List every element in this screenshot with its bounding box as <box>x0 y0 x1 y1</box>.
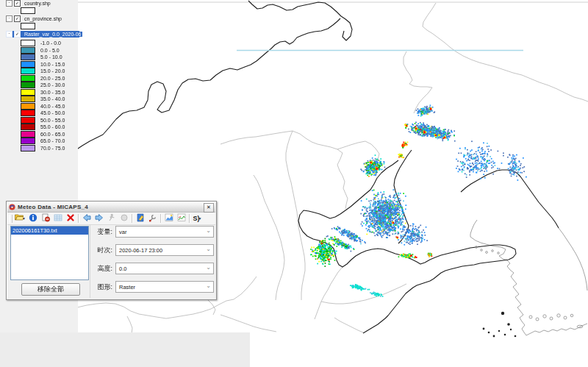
legend-item: 55.0 - 60.0 <box>21 124 65 130</box>
area-chart-button[interactable] <box>162 213 175 224</box>
layer-symbol-swatch <box>21 7 35 14</box>
legend-swatch <box>21 117 35 124</box>
dialog-titlebar[interactable]: Meteo Data - MICAPS_4 ✕ <box>7 202 215 213</box>
legend-swatch <box>21 54 35 60</box>
ball-icon <box>120 212 129 225</box>
layer-label: cn_province.shp <box>23 16 63 21</box>
field-combobox[interactable]: Raster⌄ <box>115 281 214 293</box>
layer-checkbox[interactable]: ✓ <box>14 0 21 7</box>
legend-item: 0.0 - 5.0 <box>21 47 60 54</box>
next-time-button[interactable] <box>93 213 105 224</box>
layer-symbol-swatch <box>21 23 35 29</box>
legend-swatch <box>21 145 35 152</box>
legend-swatch <box>21 103 35 110</box>
radar-overlay <box>0 0 588 367</box>
legend-label: 70.0 - 75.0 <box>40 146 65 151</box>
toolbar-separator <box>78 214 79 223</box>
legend-swatch <box>21 131 35 138</box>
legend-item: 50.0 - 55.0 <box>21 117 65 124</box>
form-row: 变量:var⌄ <box>90 226 214 238</box>
form-row: 图形:Raster⌄ <box>90 281 214 293</box>
legend-label: 5.0 - 10.0 <box>40 54 62 60</box>
layer-tree-item[interactable]: -✓Raster_var_0.0_2020-06 <box>6 31 79 38</box>
tree-expander-icon[interactable]: - <box>6 0 12 7</box>
field-label: 高度: <box>90 264 112 274</box>
form-row: 时次:2020-06-17 23:00⌄ <box>90 244 214 256</box>
legend-label: 50.0 - 55.0 <box>40 118 65 123</box>
delete-x-icon <box>66 212 75 225</box>
remove-all-button[interactable]: 移除全部 <box>21 283 80 296</box>
file-list[interactable]: 202006161T30.txt <box>10 226 89 280</box>
s-menu-button[interactable]: S)▼ <box>191 213 204 224</box>
toolbar-grip[interactable] <box>9 215 12 223</box>
legend-swatch <box>21 61 35 68</box>
tools-button[interactable] <box>146 213 159 224</box>
style-button[interactable] <box>134 213 146 224</box>
legend-item: 45.0 - 50.0 <box>21 110 65 116</box>
legend-swatch <box>21 40 35 46</box>
legend-label: 65.0 - 70.0 <box>40 138 65 143</box>
dialog-title: Meteo Data - MICAPS_4 <box>18 204 88 210</box>
legend-label: 10.0 - 15.0 <box>40 62 65 67</box>
legend-label: 15.0 - 20.0 <box>40 68 65 74</box>
dialog-form: 变量:var⌄时次:2020-06-17 23:00⌄高度:0.0⌄图形:Ras… <box>90 224 214 298</box>
close-icon[interactable]: ✕ <box>204 203 214 213</box>
layer-checkbox[interactable]: ✓ <box>14 31 21 38</box>
info-icon <box>29 212 37 225</box>
file-list-item[interactable]: 202006161T30.txt <box>11 227 88 235</box>
legend-label: -1.0 - 0.0 <box>40 40 61 46</box>
legend-swatch <box>21 75 35 82</box>
open-file-button[interactable]: ▼ <box>14 213 26 224</box>
layer-tree-item[interactable]: -✓cn_province.shp <box>6 15 63 22</box>
layer-checkbox[interactable]: ✓ <box>14 15 21 22</box>
app-icon <box>9 204 15 210</box>
info-button[interactable] <box>26 213 39 224</box>
remove-file-button[interactable] <box>39 213 51 224</box>
legend-item: 40.0 - 45.0 <box>21 103 65 110</box>
style-icon <box>136 212 145 225</box>
legend-label: 0.0 - 5.0 <box>40 48 60 53</box>
legend-label: 60.0 - 65.0 <box>40 132 65 137</box>
field-combobox[interactable]: var⌄ <box>115 226 214 238</box>
dropdown-caret-icon: ▼ <box>198 216 202 221</box>
field-label: 变量: <box>90 227 112 237</box>
combobox-value: Raster <box>119 284 135 291</box>
legend-label: 40.0 - 45.0 <box>40 104 65 109</box>
legend-label: 25.0 - 30.0 <box>40 82 65 88</box>
legend-swatch <box>21 68 35 74</box>
tree-expander-icon[interactable]: - <box>6 15 12 22</box>
runner-icon <box>107 212 116 225</box>
field-combobox[interactable]: 0.0⌄ <box>115 263 214 274</box>
arrow-right-icon <box>95 212 104 225</box>
table-icon <box>54 212 62 225</box>
combobox-value: 0.0 <box>119 266 126 272</box>
legend-item: 10.0 - 15.0 <box>21 61 65 68</box>
line-chart-icon <box>177 212 186 225</box>
toolbar-separator <box>132 214 132 223</box>
tree-expander-icon[interactable]: - <box>6 31 12 38</box>
toolbar-separator <box>160 214 161 223</box>
prev-time-button[interactable] <box>80 213 93 224</box>
animate-button[interactable] <box>105 213 118 224</box>
legend-swatch <box>21 47 35 54</box>
legend-swatch <box>21 110 35 116</box>
table-view-button[interactable] <box>51 213 64 224</box>
chevron-down-icon: ⌄ <box>206 282 211 289</box>
legend-item: 15.0 - 20.0 <box>21 68 65 74</box>
plot-button[interactable] <box>175 213 187 224</box>
legend-swatch <box>21 82 35 88</box>
legend-swatch <box>21 124 35 130</box>
legend-label: 55.0 - 60.0 <box>40 124 65 129</box>
legend-item: 35.0 - 40.0 <box>21 96 65 102</box>
legend-label: 30.0 - 35.0 <box>40 90 65 95</box>
dialog-toolbar: ▼S)▼ <box>7 213 215 225</box>
app-root: { "sidebar": { "layers": [ {"label": "co… <box>0 0 588 367</box>
layer-tree-item[interactable]: -✓country.shp <box>6 0 52 7</box>
stop-button[interactable] <box>118 213 130 224</box>
tools-icon <box>148 212 157 225</box>
delete-button[interactable] <box>64 213 76 224</box>
field-combobox[interactable]: 2020-06-17 23:00⌄ <box>115 244 214 256</box>
dropdown-caret-icon: ▼ <box>22 216 26 221</box>
legend-item: 20.0 - 25.0 <box>21 75 65 82</box>
legend-item: 60.0 - 65.0 <box>21 131 65 138</box>
